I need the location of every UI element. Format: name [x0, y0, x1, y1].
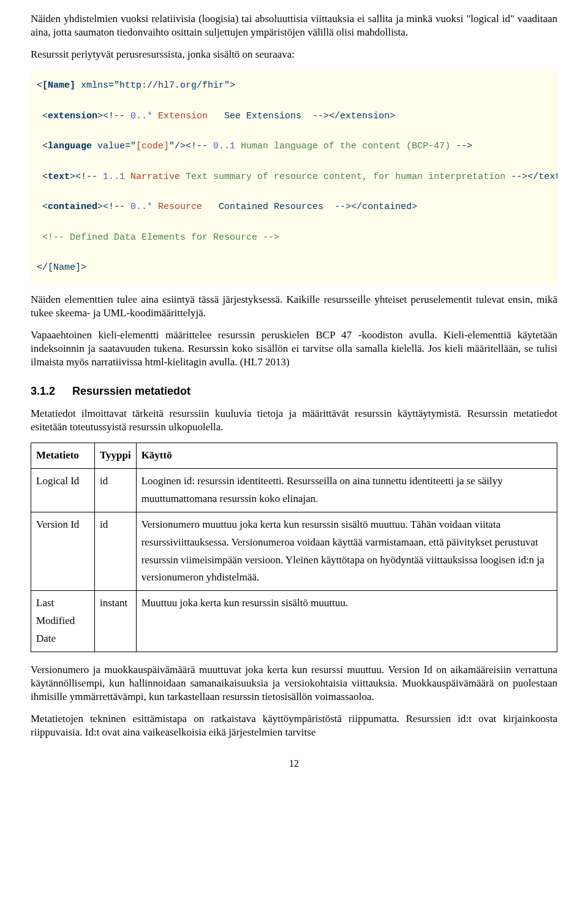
- code-token: --></text>: [511, 172, 557, 182]
- paragraph: Metatiedot ilmoittavat tärkeitä resurssi…: [31, 407, 557, 434]
- section-number: 3.1.2: [31, 384, 55, 398]
- paragraph: Versionumero ja muokkauspäivämäärä muutt…: [31, 663, 557, 704]
- code-token: <: [37, 111, 48, 121]
- metadata-table: Metatieto Tyyppi Käyttö Logical Id id Lo…: [31, 443, 557, 652]
- page-number: 12: [31, 758, 557, 770]
- table-cell: id: [94, 468, 136, 512]
- code-token: value=": [92, 141, 136, 151]
- table-row: Last Modified Date instant Muuttuu joka …: [31, 591, 557, 652]
- code-block: <[Name] xmlns="http://hl7.org/fhir"> <ex…: [31, 70, 557, 284]
- table-cell: Muuttuu joka kerta kun resurssin sisältö…: [136, 591, 557, 652]
- code-token: ><!--: [97, 202, 130, 212]
- code-token: --></contained>: [334, 202, 417, 212]
- table-header-row: Metatieto Tyyppi Käyttö: [31, 443, 557, 469]
- paragraph: Vapaaehtoinen kieli-elementti määrittele…: [31, 329, 557, 369]
- section-heading: 3.1.2Resurssien metatiedot: [31, 384, 557, 398]
- code-token: Contained Resources: [202, 202, 334, 212]
- code-token: 0..*: [130, 111, 153, 121]
- code-token: <: [37, 172, 48, 182]
- code-token: </[Name]>: [37, 262, 86, 273]
- paragraph: Metatietojen tekninen esittämistapa on r…: [31, 712, 557, 739]
- code-token: <: [37, 202, 48, 212]
- table-cell: Logical Id: [31, 468, 95, 512]
- table-row: Version Id id Versionumero muuttuu joka …: [31, 512, 557, 591]
- code-token: Resource: [153, 202, 202, 212]
- table-row: Logical Id id Looginen id: resurssin ide…: [31, 468, 557, 512]
- table-cell: instant: [94, 591, 136, 652]
- code-token: -->: [456, 141, 472, 151]
- code-token: 0..1: [213, 141, 235, 151]
- section-title: Resurssien metatiedot: [72, 385, 190, 397]
- paragraph: Näiden yhdistelmien vuoksi relatiivisia …: [31, 12, 557, 39]
- code-token: 1..1: [103, 172, 125, 182]
- code-token: "/><!--: [169, 141, 213, 151]
- code-token: <: [37, 141, 48, 151]
- table-cell: Versionumero muuttuu joka kerta kun resu…: [136, 512, 557, 591]
- table-header: Tyyppi: [94, 443, 136, 469]
- code-token: Human language of the content (BCP-47): [235, 141, 456, 151]
- code-token: language: [48, 141, 92, 151]
- table-cell: id: [94, 512, 136, 591]
- code-token: ><!--: [70, 172, 103, 182]
- code-token: Text summary of resource content, for hu…: [180, 172, 511, 182]
- code-token: contained: [48, 202, 97, 212]
- code-token: [Name]: [42, 80, 75, 91]
- table-cell: Version Id: [31, 512, 95, 591]
- code-token: text: [48, 172, 70, 182]
- code-token: ><!--: [97, 111, 130, 121]
- table-cell: Last Modified Date: [31, 591, 95, 652]
- table-header: Käyttö: [136, 443, 557, 469]
- code-token: [code]: [136, 141, 169, 151]
- table-header: Metatieto: [31, 443, 95, 469]
- paragraph: Resurssit periytyvät perusresurssista, j…: [31, 48, 557, 61]
- code-token: <: [37, 80, 42, 91]
- code-token: 0..*: [130, 202, 153, 212]
- code-token: <!-- Defined Data Elements for Resource …: [37, 232, 279, 243]
- code-token: See Extensions: [208, 111, 312, 121]
- table-cell: Looginen id: resurssin identiteetti. Res…: [136, 468, 557, 512]
- code-token: xmlns="http://hl7.org/fhir">: [75, 80, 235, 91]
- paragraph: Näiden elementtien tulee aina esiintyä t…: [31, 293, 557, 320]
- code-token: Narrative: [125, 172, 180, 182]
- code-token: Extension: [153, 111, 208, 121]
- code-token: extension: [48, 111, 97, 121]
- code-token: --></extension>: [312, 111, 395, 121]
